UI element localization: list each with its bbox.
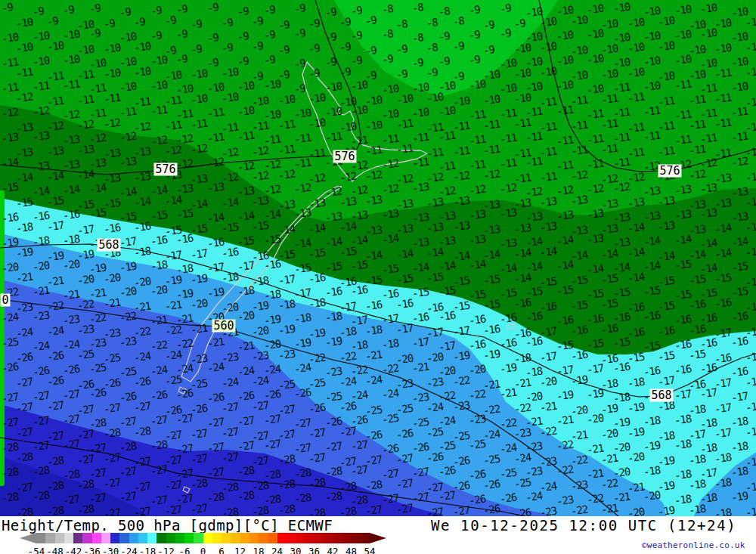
- temp-value: -12: [339, 171, 357, 184]
- temp-value: -12: [308, 172, 326, 185]
- colorbar-tick: 24: [271, 546, 283, 554]
- temp-value: -11: [643, 130, 661, 143]
- temp-value: -16: [438, 310, 456, 323]
- temp-value: -27: [32, 440, 50, 453]
- temp-value: -27: [103, 507, 121, 516]
- temp-value: -23: [452, 400, 470, 413]
- temp-value: -26: [190, 403, 208, 416]
- temp-value: -22: [482, 404, 500, 416]
- temp-value: -10: [263, 79, 281, 91]
- temp-value: -12: [133, 121, 151, 134]
- temp-value: -19: [627, 401, 645, 414]
- temp-value: -12: [468, 184, 486, 197]
- temp-value: -9: [324, 56, 337, 68]
- temp-value: -16: [643, 310, 661, 323]
- temp-value: -17: [426, 327, 444, 339]
- temp-value: -13: [539, 221, 557, 234]
- temp-value: -26: [175, 388, 194, 401]
- contour-label-576: 576: [333, 150, 356, 163]
- temp-value: -9: [499, 27, 512, 39]
- temp-value: -16: [657, 325, 675, 338]
- temp-value: -27: [62, 388, 80, 401]
- temp-value: -28: [237, 490, 255, 503]
- temp-value: -9: [277, 44, 290, 56]
- temp-value: -14: [190, 198, 208, 211]
- temp-value: -9: [175, 28, 188, 40]
- colorbar-segment: [138, 533, 147, 543]
- temp-value: -17: [586, 363, 604, 376]
- temp-value: -14: [308, 222, 326, 235]
- temp-value: -15: [482, 299, 500, 311]
- temp-value: -11: [62, 79, 80, 91]
- temp-value: -27: [339, 426, 357, 438]
- temp-value: -13: [293, 207, 311, 220]
- temp-value: -28: [277, 478, 296, 491]
- temp-value: -25: [468, 438, 486, 451]
- temp-value: -10: [364, 94, 383, 107]
- temp-value: -17: [745, 376, 756, 388]
- temp-value: -9: [237, 5, 249, 17]
- temp-value: -10: [627, 17, 645, 29]
- temp-value: -18: [32, 235, 50, 248]
- temp-value: -9: [395, 68, 408, 80]
- temp-value: -13: [32, 130, 50, 143]
- temp-value: -10: [600, 68, 618, 81]
- temp-value: -18: [674, 438, 692, 451]
- temp-value: -15: [339, 246, 357, 258]
- temp-value: -21: [164, 299, 182, 312]
- temp-value: -22: [513, 402, 531, 415]
- temp-value: -10: [745, 16, 756, 29]
- temp-value: -11: [190, 118, 208, 131]
- temp-value: -28: [324, 466, 342, 478]
- temp-value: -14: [426, 246, 444, 259]
- temp-value: -11: [76, 69, 94, 82]
- temp-value: -13: [339, 196, 357, 209]
- temp-value: -22: [76, 299, 94, 311]
- temp-value: -14: [381, 233, 399, 246]
- temp-value: -10: [657, 40, 675, 53]
- temp-value: -11: [586, 158, 604, 171]
- temp-value: -25: [308, 377, 326, 390]
- temp-value: -18: [62, 234, 80, 246]
- temp-value: -10: [612, 2, 631, 14]
- temp-value: -10: [150, 79, 168, 92]
- temp-value: -10: [237, 105, 255, 118]
- temp-value: -27: [206, 466, 225, 479]
- temp-value: -27: [133, 506, 151, 516]
- temp-value: -13: [76, 144, 94, 156]
- temp-value: -11: [411, 132, 429, 144]
- temp-value: -25: [381, 413, 399, 426]
- temp-value: -15: [688, 274, 706, 286]
- temp-value: -25: [482, 453, 500, 466]
- temp-value: -13: [745, 196, 756, 209]
- temp-value: -14: [627, 271, 645, 284]
- temp-value: -10: [133, 41, 151, 54]
- temp-value: -22: [133, 326, 151, 339]
- temp-value: -12: [15, 91, 33, 104]
- temp-value: -11: [513, 117, 531, 130]
- temp-value: -11: [133, 96, 151, 109]
- temp-value: -22: [339, 351, 357, 364]
- temp-value: -11: [539, 171, 557, 184]
- temp-value: -19: [482, 348, 500, 361]
- temp-value: -11: [164, 119, 182, 132]
- temp-value: -12: [76, 119, 94, 132]
- colorbar-segment: [342, 533, 351, 543]
- temp-value: -12: [1, 107, 19, 119]
- temp-value: -10: [15, 17, 33, 29]
- temp-value: -23: [539, 456, 557, 469]
- temp-value: -10: [714, 42, 732, 55]
- temp-value: -11: [150, 104, 168, 117]
- temperature-colorbar: [36, 533, 370, 543]
- temp-value: -24: [339, 376, 357, 388]
- temp-value: -27: [32, 415, 50, 428]
- temp-value: -10: [600, 43, 618, 56]
- colorbar-segment: [212, 533, 222, 543]
- colorbar-segment: [240, 533, 249, 543]
- temp-value: -15: [688, 348, 706, 361]
- temp-value: -11: [612, 156, 631, 169]
- temp-value: -11: [525, 156, 543, 169]
- temp-value: -9: [175, 3, 188, 15]
- colorbar-segment: [175, 533, 184, 543]
- temp-value: -17: [714, 427, 732, 440]
